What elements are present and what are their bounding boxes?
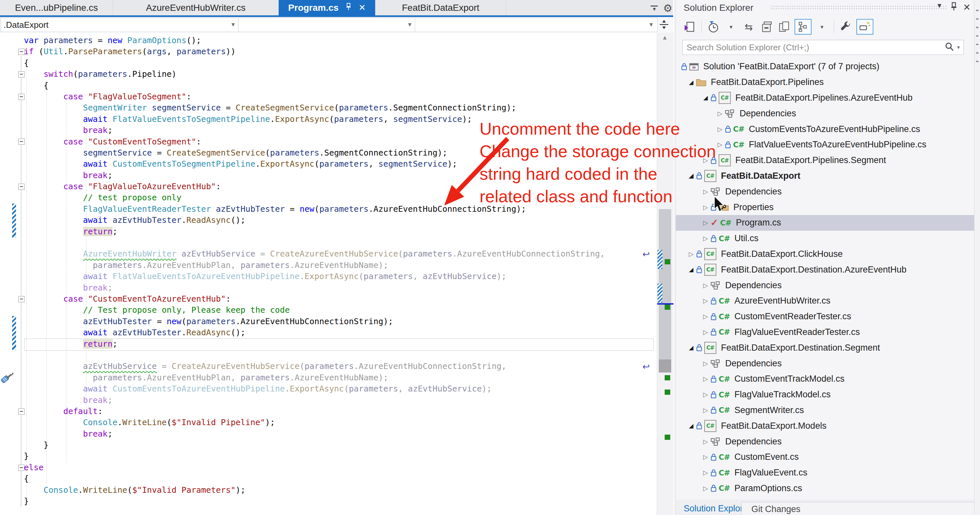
expander-collapsed-icon[interactable]: ▷ <box>701 157 711 164</box>
collapse-all-icon[interactable] <box>759 20 773 34</box>
tree-row[interactable]: ◢C#FeatBit.DataExport <box>676 168 975 184</box>
code-line[interactable]: segmentService = CreateSegmentService(pa… <box>0 147 657 158</box>
search-input[interactable] <box>682 42 944 53</box>
code-line[interactable]: switch(parameters.Pipeline) <box>0 69 657 80</box>
tree-row[interactable]: ◢FeatBit.DataExport.Pipelines <box>676 74 975 90</box>
sync-with-active-document-icon[interactable]: ⇆ <box>741 20 756 34</box>
code-line[interactable]: Console.WriteLine($"Invalid Parameters")… <box>0 485 657 496</box>
code-line[interactable]: return; <box>0 226 657 237</box>
expander-collapsed-icon[interactable]: ▷ <box>701 375 711 383</box>
tree-row[interactable]: ▷Dependencies <box>676 184 975 199</box>
open-files-dropdown-icon[interactable]: ▼ <box>650 6 659 11</box>
gear-icon[interactable]: ⚙ <box>663 2 673 14</box>
tab-pipeline-file[interactable]: Even...ubPipeline.cs <box>0 0 113 15</box>
code-line[interactable]: FlagValueEventReaderTester azEvtHubTeste… <box>0 204 657 215</box>
expander-collapsed-icon[interactable]: ▷ <box>701 328 711 336</box>
tree-row[interactable]: ▷C#CustomEvent.cs <box>676 449 975 465</box>
tree-row[interactable]: ▷C#FeatBit.DataExport.Pipelines.Segment <box>676 153 975 168</box>
expander-collapsed-icon[interactable]: ▷ <box>715 141 725 148</box>
code-content[interactable]: var parameters = new ParamOptions();if (… <box>0 35 657 507</box>
expander-collapsed-icon[interactable]: ▷ <box>701 485 711 492</box>
code-line[interactable]: case "CustomEventToSegment": <box>0 136 657 147</box>
expander-collapsed-icon[interactable]: ▷ <box>701 391 711 398</box>
close-icon[interactable]: ✕ <box>963 2 970 13</box>
tree-row[interactable]: ▷C#FeatBit.DataExport.ClickHouse <box>676 246 975 262</box>
editor-scrollbar[interactable]: ▲ <box>657 33 673 515</box>
code-line[interactable]: await azEvtHubTester.ReadAsync(); <box>0 327 657 338</box>
tree-row[interactable]: ◢C#FeatBit.DataExport.Pipelines.AzureEve… <box>676 90 975 106</box>
expander-collapsed-icon[interactable]: ▷ <box>686 250 696 258</box>
collapsed-panel-strip[interactable] <box>974 0 980 515</box>
code-editor[interactable]: var parameters = new ParamOptions();if (… <box>0 33 657 515</box>
tree-row[interactable]: ◢C#FeatBit.DataExport.Models <box>676 418 975 434</box>
code-line[interactable]: case "FlagValueToSegment": <box>0 91 657 102</box>
code-line[interactable]: { <box>0 80 657 91</box>
tree-row[interactable]: ◢C#FeatBit.DataExport.Destination.Segmen… <box>676 340 975 355</box>
code-line[interactable]: var parameters = new ParamOptions(); <box>0 35 657 46</box>
expander-collapsed-icon[interactable]: ▷ <box>701 282 711 289</box>
code-line[interactable]: // Test propose only, Please keep the co… <box>0 304 657 316</box>
code-line[interactable]: break; <box>0 395 657 406</box>
code-line[interactable]: case "FlagValueToAzureEventHub": <box>0 181 657 192</box>
search-icon[interactable] <box>944 42 954 53</box>
code-line[interactable]: parameters.AzureEventHubPlan, parameters… <box>0 260 657 271</box>
expander-expanded-icon[interactable]: ◢ <box>686 344 696 351</box>
tree-row[interactable]: ▷Dependencies <box>676 355 975 371</box>
home-document-icon[interactable] <box>682 20 697 34</box>
expander-collapsed-icon[interactable]: ▷ <box>701 469 711 477</box>
tab-featbit-dataexport[interactable]: FeatBit.DataExport <box>375 0 506 15</box>
close-icon[interactable]: ✕ <box>358 3 366 13</box>
code-line[interactable]: // test propose only <box>0 192 657 203</box>
expander-expanded-icon[interactable]: ◢ <box>686 79 696 86</box>
tree-row[interactable]: ▷C#CustomEventTrackModel.cs <box>676 371 975 387</box>
expander-collapsed-icon[interactable]: ▷ <box>701 219 711 227</box>
code-line[interactable]: break; <box>0 170 657 181</box>
code-line[interactable]: } <box>0 451 657 462</box>
expander-collapsed-icon[interactable]: ▷ <box>701 297 711 304</box>
expander-expanded-icon[interactable]: ◢ <box>701 94 711 101</box>
tab-program-cs[interactable]: Program.cs ✕ <box>279 0 375 15</box>
member-combo[interactable]: ▼ <box>415 17 657 32</box>
code-line[interactable]: await CustomEventsToAzureEventHubPipelin… <box>0 383 657 395</box>
code-line[interactable]: break; <box>0 428 657 439</box>
tree-row[interactable]: ▷C#ParamOptions.cs <box>676 481 975 496</box>
code-line[interactable]: { <box>0 57 657 69</box>
filter-pending-changes-icon[interactable] <box>706 20 721 34</box>
tree-row[interactable]: ▷C#FlatValueEventsToAzureEventHubPipelin… <box>676 137 975 153</box>
pin-icon[interactable] <box>346 3 351 13</box>
expander-expanded-icon[interactable]: ◢ <box>686 266 696 273</box>
code-line[interactable]: SegmentWriter segmentService = CreateSeg… <box>0 102 657 113</box>
expander-collapsed-icon[interactable]: ▷ <box>701 360 711 367</box>
tree-row[interactable]: ▷✓C#Program.cs <box>676 215 975 231</box>
tab-azureeventhubwriter[interactable]: AzureEventHubWriter.cs <box>113 0 279 15</box>
expander-expanded-icon[interactable]: ◢ <box>686 172 696 179</box>
tree-row[interactable]: ▷C#CustomEventReaderTester.cs <box>676 309 975 325</box>
code-line[interactable]: await FlatValueEventsToAzureEventHubPipe… <box>0 271 657 282</box>
dropdown[interactable]: ▼ <box>724 20 738 34</box>
expander-collapsed-icon[interactable]: ▷ <box>701 235 711 242</box>
code-line[interactable]: default: <box>0 406 657 417</box>
tree-row[interactable]: ◢C#FeatBit.DataExport.Destination.AzureE… <box>676 262 975 277</box>
search-options-chevron-icon[interactable]: ▼ <box>956 45 961 50</box>
expander-collapsed-icon[interactable]: ▷ <box>701 407 711 414</box>
expander-collapsed-icon[interactable]: ▷ <box>715 110 725 117</box>
tree-row[interactable]: ▷C#FlagValueEventReaderTester.cs <box>676 325 975 340</box>
window-position-chevron-icon[interactable]: ▼ <box>936 2 943 10</box>
preview-selected-items-icon[interactable] <box>856 19 873 35</box>
code-line[interactable] <box>0 350 657 361</box>
code-line[interactable]: break; <box>0 125 657 136</box>
wrench-icon[interactable] <box>839 20 853 34</box>
code-line[interactable]: await azEvtHubTester.ReadAsync(); <box>0 215 657 226</box>
code-line[interactable]: } <box>0 439 657 451</box>
tab-git-changes[interactable]: Git Changes <box>741 502 975 515</box>
search-box[interactable]: ▼ <box>682 40 964 55</box>
tab-solution-explorer[interactable]: Solution Explorer <box>684 504 751 514</box>
code-line[interactable]: case "CustomEventToAzureEventHub": <box>0 293 657 304</box>
code-line[interactable] <box>0 237 657 248</box>
scroll-up-icon[interactable]: ▲ <box>662 34 668 41</box>
code-line[interactable]: else <box>0 462 657 473</box>
code-line[interactable]: azEvtHubService = CreateAzureEventHubSer… <box>0 361 657 372</box>
code-line[interactable]: parameters.AzureEventHubPlan, parameters… <box>0 372 657 383</box>
code-line[interactable]: AzureEventHubWriter azEvtHubService = Cr… <box>0 248 657 260</box>
tree-row[interactable]: ▷C#CustomEventsToAzureEventHubPipeline.c… <box>676 121 975 137</box>
